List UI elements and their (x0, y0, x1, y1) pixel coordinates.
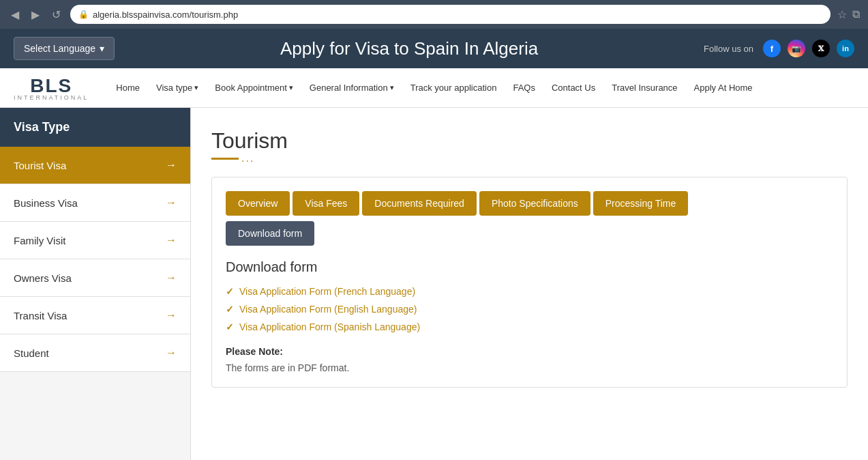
sidebar-arrow-transit: → (166, 309, 177, 321)
follow-label: Follow us on (704, 44, 753, 54)
download-form-section: Download form Visa Application Form (Fre… (226, 259, 833, 373)
tab-download-form[interactable]: Download form (226, 221, 314, 246)
sidebar-item-tourist-visa[interactable]: Tourist Visa → (0, 147, 190, 184)
tabs-row-2: Download form (226, 221, 833, 246)
form-link-french: Visa Application Form (French Language) (226, 286, 833, 297)
x-icon[interactable]: 𝕏 (812, 40, 830, 57)
sidebar-arrow-student: → (166, 347, 177, 359)
book-appt-arrow: ▾ (289, 83, 293, 92)
form-link-english: Visa Application Form (English Language) (226, 304, 833, 315)
top-bar: Select Language Apply for Visa to Spain … (0, 29, 868, 68)
browser-chrome: ◀ ▶ ↺ 🔒 algeria.blsspainvisa.com/tourism… (0, 0, 868, 29)
sidebar-item-family-visit[interactable]: Family Visit → (0, 222, 190, 259)
sidebar-item-label: Owners Visa (14, 272, 72, 284)
gen-info-arrow: ▾ (390, 83, 394, 92)
form-links-list: Visa Application Form (French Language) … (226, 286, 833, 332)
tab-processing-time[interactable]: Processing Time (593, 191, 688, 216)
nav-faqs[interactable]: FAQs (506, 78, 542, 97)
sidebar-item-owners-visa[interactable]: Owners Visa → (0, 259, 190, 297)
nav-insurance[interactable]: Travel Insurance (605, 78, 684, 97)
sidebar-item-business-visa[interactable]: Business Visa → (0, 184, 190, 222)
please-note: Please Note: (226, 346, 833, 357)
tab-documents-required[interactable]: Documents Required (362, 191, 477, 216)
tab-panel: Overview Visa Fees Documents Required Ph… (211, 177, 848, 388)
reload-button[interactable]: ↺ (49, 5, 63, 24)
sidebar-arrow-business: → (166, 197, 177, 209)
note-text: The forms are in PDF format. (226, 362, 833, 373)
forward-button[interactable]: ▶ (29, 5, 42, 24)
tab-overview[interactable]: Overview (226, 191, 290, 216)
instagram-icon[interactable]: 📷 (788, 40, 805, 57)
tabs-row: Overview Visa Fees Documents Required Ph… (226, 191, 833, 216)
social-links: Follow us on f 📷 𝕏 in (704, 40, 854, 57)
form-link-french-anchor[interactable]: Visa Application Form (French Language) (239, 286, 415, 297)
site-title: Apply for Visa to Spain In Algeria (115, 38, 704, 59)
sidebar-item-label: Business Visa (14, 197, 78, 209)
bookmark-button[interactable]: ☆ (837, 8, 847, 21)
sidebar-arrow-family: → (166, 234, 177, 246)
nav-visa-type[interactable]: Visa type ▾ (149, 78, 205, 97)
page-title: Tourism (211, 128, 848, 154)
sidebar-item-transit-visa[interactable]: Transit Visa → (0, 297, 190, 334)
nav-items: Home Visa type ▾ Book Appointment ▾ Gene… (109, 78, 854, 97)
sidebar-arrow-tourist: → (166, 159, 177, 171)
browser-actions: ☆ ⧉ (837, 8, 860, 21)
secure-icon: 🔒 (78, 10, 89, 19)
linkedin-icon[interactable]: in (837, 40, 854, 57)
sidebar-item-student[interactable]: Student → (0, 334, 190, 372)
sidebar-item-label: Tourist Visa (14, 160, 66, 171)
tab-photo-specifications[interactable]: Photo Specifications (479, 191, 590, 216)
tab-visa-fees[interactable]: Visa Fees (293, 191, 359, 216)
sidebar-arrow-owners: → (166, 272, 177, 284)
facebook-icon[interactable]: f (763, 40, 781, 57)
sidebar: Visa Type Tourist Visa → Business Visa →… (0, 108, 191, 460)
title-underline (211, 158, 239, 160)
bls-logo[interactable]: BLS INTERNATIONAL (14, 75, 89, 101)
back-button[interactable]: ◀ (8, 5, 22, 24)
download-form-title: Download form (226, 259, 833, 275)
visa-type-arrow: ▾ (194, 83, 198, 92)
nav-track[interactable]: Track your application (404, 78, 504, 97)
form-link-spanish-anchor[interactable]: Visa Application Form (Spanish Language) (239, 321, 420, 332)
url-bar[interactable]: 🔒 algeria.blsspainvisa.com/tourism.php (70, 5, 830, 24)
sidebar-item-label: Student (14, 347, 49, 359)
main-content: Tourism Overview Visa Fees Documents Req… (191, 108, 868, 460)
language-select[interactable]: Select Language (14, 37, 115, 60)
nav-general-info[interactable]: General Information ▾ (303, 78, 401, 97)
url-text: algeria.blsspainvisa.com/tourism.php (93, 10, 238, 20)
form-link-spanish: Visa Application Form (Spanish Language) (226, 321, 833, 332)
sidebar-item-label: Family Visit (14, 235, 65, 246)
content-wrapper: Visa Type Tourist Visa → Business Visa →… (0, 108, 868, 460)
extensions-button[interactable]: ⧉ (852, 8, 860, 20)
form-link-english-anchor[interactable]: Visa Application Form (English Language) (239, 304, 417, 315)
nav-bar: BLS INTERNATIONAL Home Visa type ▾ Book … (0, 68, 868, 108)
sidebar-header: Visa Type (0, 108, 190, 147)
nav-apply-home[interactable]: Apply At Home (687, 78, 760, 97)
nav-book-appointment[interactable]: Book Appointment ▾ (208, 78, 300, 97)
nav-home[interactable]: Home (109, 78, 147, 97)
nav-contact[interactable]: Contact Us (545, 78, 602, 97)
sidebar-item-label: Transit Visa (14, 310, 67, 321)
bls-logo-sub: INTERNATIONAL (14, 94, 89, 101)
